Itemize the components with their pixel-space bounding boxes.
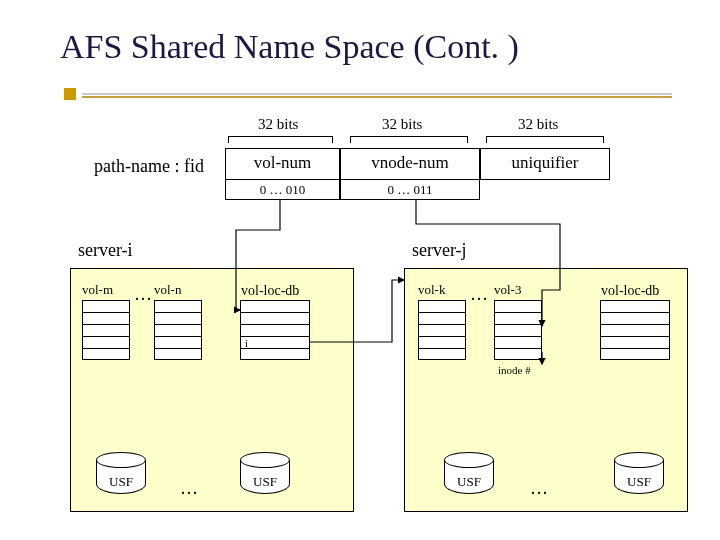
vldb-j-row4	[601, 349, 669, 361]
path-name-label: path-name : fid	[94, 156, 204, 177]
usf-dots-j: …	[530, 478, 548, 499]
bits-label-3: 32 bits	[518, 116, 558, 133]
vol-3-label: vol-3	[494, 282, 521, 298]
usf-label-j-1: USF	[444, 474, 494, 490]
bits-label-2: 32 bits	[382, 116, 422, 133]
brace-uniquifier	[486, 136, 604, 143]
vldb-j-label: vol-loc-db	[601, 283, 659, 299]
vldb-i-row2	[241, 325, 309, 337]
fid-cell-uniquifier: uniquifier	[480, 148, 610, 180]
usf-label-j-2: USF	[614, 474, 664, 490]
vol-m-table	[82, 300, 130, 360]
title-bullet-icon	[64, 88, 76, 100]
usf-label-i-2: USF	[240, 474, 290, 490]
vol-n-table	[154, 300, 202, 360]
vol-k-label: vol-k	[418, 282, 445, 298]
fid-sub-vol-num: 0 … 010	[225, 180, 340, 200]
vol-3-table	[494, 300, 542, 360]
server-j-label: server-j	[412, 240, 467, 261]
vol-dots-i: …	[134, 284, 152, 305]
vldb-j-row2	[601, 325, 669, 337]
usf-cyl-j-2: USF	[614, 452, 664, 496]
vol-k-table	[418, 300, 466, 360]
brace-vol-num	[228, 136, 333, 143]
fid-sub-vnode-num: 0 … 011	[340, 180, 480, 200]
server-i-label: server-i	[78, 240, 133, 261]
usf-dots-i: …	[180, 478, 198, 499]
vol-m-label: vol-m	[82, 282, 113, 298]
vldb-i-row1	[241, 313, 309, 325]
fid-cell-vol-num: vol-num	[225, 148, 340, 180]
slide-title: AFS Shared Name Space (Cont. )	[60, 28, 519, 66]
vldb-i-row4	[241, 349, 309, 361]
vldb-j-row0	[601, 301, 669, 313]
fid-cell-vnode-num: vnode-num	[340, 148, 480, 180]
vol-n-label: vol-n	[154, 282, 181, 298]
vol-dots-j: …	[470, 284, 488, 305]
vol-loc-db-i: vol-loc-db i	[240, 300, 310, 360]
brace-vnode-num	[350, 136, 468, 143]
vldb-i-row3: i	[241, 337, 309, 349]
vldb-j-row1	[601, 313, 669, 325]
usf-cyl-i-1: USF	[96, 452, 146, 496]
vldb-j-row3	[601, 337, 669, 349]
vldb-i-row0	[241, 301, 309, 313]
usf-cyl-j-1: USF	[444, 452, 494, 496]
inode-num-label: inode #	[498, 364, 531, 376]
bits-label-1: 32 bits	[258, 116, 298, 133]
vldb-i-label: vol-loc-db	[241, 283, 299, 299]
usf-label-i-1: USF	[96, 474, 146, 490]
vol-loc-db-j: vol-loc-db	[600, 300, 670, 360]
usf-cyl-i-2: USF	[240, 452, 290, 496]
